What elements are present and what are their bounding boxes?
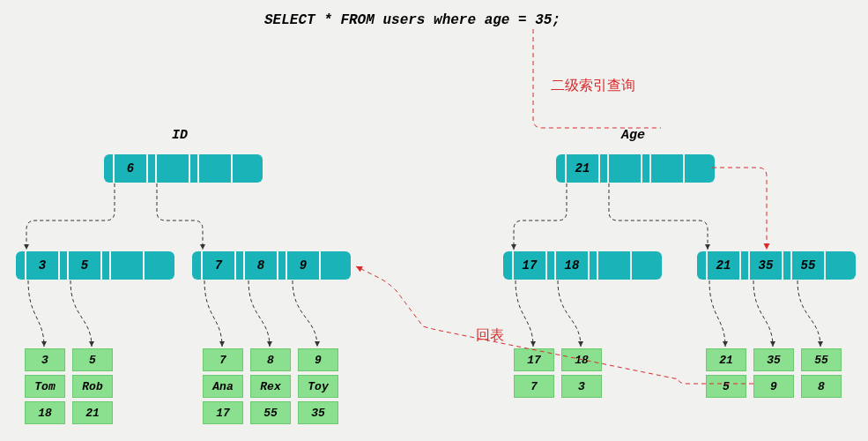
age-mid-key: 35 xyxy=(750,251,783,280)
id-mid-left-node: 3 5 xyxy=(16,251,174,280)
age-mid-key: 55 xyxy=(792,251,826,280)
leaf-cell: 17 xyxy=(203,401,243,424)
leaf-cell: 35 xyxy=(753,348,794,371)
id-leaf-col: 3 Tom 18 xyxy=(25,348,65,424)
age-leaf-col: 17 7 xyxy=(514,348,554,398)
id-mid-key: 8 xyxy=(245,251,278,280)
age-mid-left-node: 17 18 xyxy=(503,251,662,280)
leaf-cell: Tom xyxy=(25,375,65,398)
leaf-cell: 18 xyxy=(561,348,602,371)
leaf-cell: 3 xyxy=(25,348,65,371)
age-leaf-col: 21 5 xyxy=(706,348,746,398)
id-root-key: 6 xyxy=(115,154,148,183)
leaf-cell: 7 xyxy=(514,375,554,398)
id-mid-key: 9 xyxy=(287,251,321,280)
age-mid-right-node: 21 35 55 xyxy=(697,251,856,280)
id-root-node: 6 xyxy=(104,154,263,183)
leaf-cell: 5 xyxy=(706,375,746,398)
id-mid-key: 5 xyxy=(69,251,102,280)
leaf-cell: 17 xyxy=(514,348,554,371)
id-leaf-col: 7 Ana 17 xyxy=(203,348,243,424)
age-mid-key: 18 xyxy=(556,251,590,280)
leaf-cell: 55 xyxy=(801,348,842,371)
leaf-cell: 21 xyxy=(72,401,113,424)
age-root-node: 21 xyxy=(556,154,715,183)
leaf-cell: 18 xyxy=(25,401,65,424)
leaf-cell: 55 xyxy=(250,401,291,424)
id-leaf-col: 8 Rex 55 xyxy=(250,348,291,424)
id-leaf-col: 9 Toy 35 xyxy=(298,348,338,424)
right-tree-label: Age xyxy=(621,128,645,143)
leaf-cell: 9 xyxy=(753,375,794,398)
leaf-cell: Rex xyxy=(250,375,291,398)
sql-query: SELECT * FROM users where age = 35; xyxy=(264,12,560,28)
age-mid-key: 17 xyxy=(514,251,547,280)
id-mid-right-node: 7 8 9 xyxy=(192,251,351,280)
id-mid-key: 7 xyxy=(203,251,236,280)
leaf-cell: 8 xyxy=(801,375,842,398)
id-leaf-col: 5 Rob 21 xyxy=(72,348,113,424)
leaf-cell: 5 xyxy=(72,348,113,371)
leaf-cell: Rob xyxy=(72,375,113,398)
age-leaf-col: 55 8 xyxy=(801,348,842,398)
leaf-cell: 21 xyxy=(706,348,746,371)
leaf-cell: 35 xyxy=(298,401,338,424)
annotation-secondary-index: 二级索引查询 xyxy=(551,77,635,95)
leaf-cell: Ana xyxy=(203,375,243,398)
leaf-cell: 8 xyxy=(250,348,291,371)
age-root-key: 21 xyxy=(567,154,600,183)
age-leaf-col: 35 9 xyxy=(753,348,794,398)
leaf-cell: 9 xyxy=(298,348,338,371)
age-mid-key: 21 xyxy=(708,251,741,280)
id-mid-key: 3 xyxy=(26,251,60,280)
annotation-back-to-table: 回表 xyxy=(476,326,504,345)
leaf-cell: 3 xyxy=(561,375,602,398)
leaf-cell: 7 xyxy=(203,348,243,371)
age-leaf-col: 18 3 xyxy=(561,348,602,398)
leaf-cell: Toy xyxy=(298,375,338,398)
left-tree-label: ID xyxy=(172,128,188,143)
